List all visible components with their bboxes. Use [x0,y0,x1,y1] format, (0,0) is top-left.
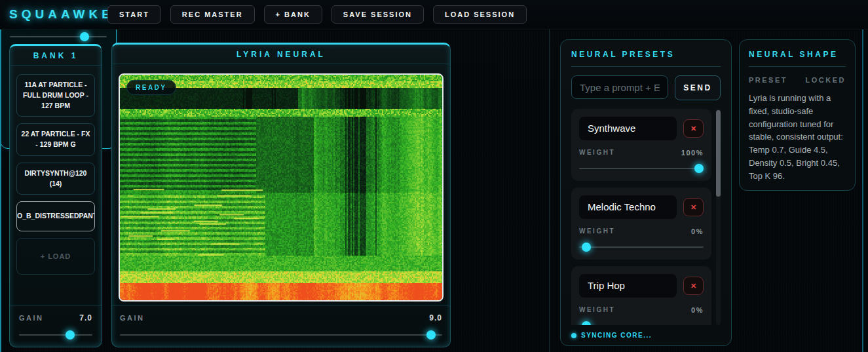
slider-track [10,36,107,37]
status-dot-icon [571,333,576,338]
bank-sample-item[interactable]: DIRTYSYNTH@120 (14) [16,163,95,195]
lyria-gain-section: GAIN 9.0 [112,305,450,347]
add-bank-button[interactable]: + BANK [264,5,322,24]
preset-lock-row: PRESET LOCKED [749,76,846,84]
weight-slider[interactable] [579,164,704,173]
preset-name-field[interactable]: Synthwave [579,117,677,140]
ready-status-badge: READY [126,80,176,95]
lyria-gain-slider[interactable] [120,330,442,340]
bank-item-list: 11A AT PARTICLE - FULL DRUM LOOP - 127 B… [10,66,102,231]
preset-list[interactable]: Synthwave ✕ WEIGHT 100% Melodic Techno ✕… [571,109,721,325]
lyria-title: LYRIA NEURAL [236,50,326,59]
save-session-button[interactable]: SAVE SESSION [331,5,424,24]
slider-thumb[interactable] [582,243,591,252]
top-bar: SQUAAWKE START REC MASTER + BANK SAVE SE… [0,0,868,29]
prompt-row: SEND [571,75,721,100]
slider-thumb[interactable] [80,32,89,41]
bank-gain-section: GAIN 7.0 [10,305,102,347]
section-divider [549,29,550,352]
start-button[interactable]: START [107,5,161,24]
preset-card: Trip Hop ✕ WEIGHT 0% [571,266,711,325]
send-button[interactable]: SEND [675,75,721,100]
load-session-button[interactable]: LOAD SESSION [433,5,527,24]
slider-track [579,246,704,248]
bank-panel-header: BANK 1 [10,46,102,66]
neural-presets-panel: NEURAL PRESETS SEND Synthwave ✕ WEIGHT 1… [560,39,732,346]
weight-slider[interactable] [579,321,704,325]
remove-preset-button[interactable]: ✕ [683,119,704,138]
topbar-buttons: START REC MASTER + BANK SAVE SESSION LOA… [107,5,527,24]
slider-track [120,334,442,336]
load-sample-button[interactable]: + LOAD [16,238,95,275]
divider [749,66,846,67]
sync-status-text: SYNCING CORE... [581,332,652,339]
slider-thumb[interactable] [694,164,704,173]
weight-slider[interactable] [579,243,704,252]
bank-gain-label: GAIN [19,314,44,322]
weight-value: 0% [691,227,704,235]
preset-name-field[interactable]: Trip Hop [579,274,677,298]
close-icon: ✕ [690,203,696,212]
preset-label: PRESET [749,76,787,84]
close-icon: ✕ [690,282,696,290]
right-edge-accent [862,29,863,352]
weight-label: WEIGHT [579,227,615,235]
remove-preset-button[interactable]: ✕ [683,277,704,295]
app-logo: SQUAAWKE [0,7,107,22]
preset-card: Synthwave ✕ WEIGHT 100% [571,109,711,181]
close-icon: ✕ [690,125,696,133]
weight-label: WEIGHT [579,306,615,314]
rec-master-button[interactable]: REC MASTER [170,5,255,24]
slider-thumb[interactable] [66,330,75,340]
weight-value: 100% [681,149,704,157]
bank-sample-item-active[interactable]: O_B_DISTRESSEDPANTO [16,201,95,231]
bank-gain-slider[interactable] [19,330,92,340]
slider-track [579,168,704,169]
slider-thumb[interactable] [426,330,436,340]
preset-name-field[interactable]: Melodic Techno [579,195,677,219]
shape-title: NEURAL SHAPE [749,50,846,59]
presets-title: NEURAL PRESETS [571,50,721,59]
lyria-panel-header: LYRIA NEURAL [112,45,450,64]
lyria-gain-value: 9.0 [429,313,442,323]
bank-sample-item[interactable]: 22 AT PARTICLE - FX - 129 BPM G [16,123,95,156]
locked-badge: LOCKED [806,76,846,84]
slider-thumb[interactable] [582,321,591,325]
prompt-input[interactable] [571,75,668,99]
lyria-gain-label: GAIN [120,314,145,322]
bank-panel: BANK 1 11A AT PARTICLE - FULL DRUM LOOP … [9,44,102,347]
sync-status: SYNCING CORE... [571,332,652,339]
preset-card: Melodic Techno ✕ WEIGHT 0% [571,187,711,260]
weight-label: WEIGHT [579,149,615,157]
weight-value: 0% [691,306,704,314]
slider-track [19,334,92,336]
left-edge-accent [0,29,1,352]
scrollbar-thumb[interactable] [716,110,721,197]
bank-sample-item[interactable]: 11A AT PARTICLE - FULL DRUM LOOP - 127 B… [16,74,95,117]
remove-preset-button[interactable]: ✕ [683,198,704,216]
bank-title: BANK 1 [33,51,79,60]
preset-list-scrollbar[interactable] [716,109,721,325]
shape-description: Lyria is running with a fixed, studio-sa… [749,92,846,182]
divider [571,66,721,67]
master-output-slider[interactable] [10,32,107,41]
lyria-panel: LYRIA NEURAL READY GAIN 9.0 [111,43,451,347]
neural-shape-panel: NEURAL SHAPE PRESET LOCKED Lyria is runn… [739,39,856,191]
bank-gain-value: 7.0 [79,313,92,323]
spectrogram-canvas [120,75,442,300]
spectrogram-display: READY [119,73,443,302]
